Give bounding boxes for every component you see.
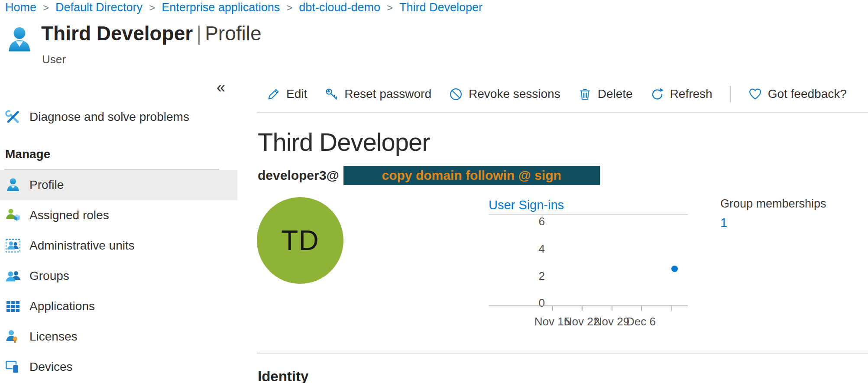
breadcrumb-third-developer[interactable]: Third Developer	[399, 1, 483, 14]
section-rule	[257, 353, 868, 354]
x-axis-tick-mark	[671, 306, 672, 311]
delete-button[interactable]: Delete	[578, 87, 633, 101]
redaction-overlay: copy domain followin @ sign	[343, 166, 600, 185]
user-signins-chart: User Sign-ins 6 4 2 0 Nov 15 Nov 22 Nov …	[489, 197, 722, 340]
edit-label: Edit	[286, 87, 307, 101]
applications-grid-icon	[5, 299, 21, 314]
chevron-right-icon: >	[387, 2, 393, 14]
sidebar-item-label: Applications	[29, 299, 95, 313]
user-display-name: Third Developer	[258, 127, 430, 156]
avatar-initials: TD	[281, 224, 319, 256]
sidebar-item-diagnose[interactable]: Diagnose and solve problems	[0, 104, 243, 130]
refresh-icon	[650, 87, 664, 101]
refresh-button[interactable]: Refresh	[650, 87, 713, 101]
x-axis-tick-mark	[582, 306, 583, 311]
refresh-label: Refresh	[670, 87, 713, 101]
group-memberships-block: Group memberships 1	[720, 197, 826, 230]
sidebar-item-groups[interactable]: Groups	[0, 261, 237, 291]
sidebar-item-applications[interactable]: Applications	[0, 291, 237, 321]
assigned-roles-icon	[5, 208, 21, 223]
identity-heading: Identity	[258, 368, 308, 383]
sidebar-item-devices[interactable]: Devices	[0, 352, 237, 382]
user-icon	[5, 177, 21, 193]
page-title-section: Profile	[205, 22, 261, 45]
y-axis-tick: 2	[489, 269, 545, 283]
x-axis-tick: Dec 6	[615, 315, 667, 328]
breadcrumb-dbt-cloud-demo[interactable]: dbt-cloud-demo	[299, 1, 380, 14]
sidebar-manage-list: Profile Assigned roles Administrative un	[0, 170, 237, 382]
y-axis-tick: 6	[489, 215, 545, 228]
licenses-icon	[5, 329, 21, 344]
upn-prefix: developer3@	[258, 168, 339, 183]
sidebar-item-label: Diagnose and solve problems	[29, 110, 189, 124]
sidebar-section-manage: Manage	[5, 147, 50, 161]
sidebar-item-label: Licenses	[29, 330, 78, 344]
toolbar-rule	[257, 112, 868, 113]
signin-data-point	[671, 266, 678, 272]
chevron-right-icon: >	[43, 2, 49, 14]
sidebar-item-profile[interactable]: Profile	[0, 170, 237, 200]
got-feedback-button[interactable]: Got feedback?	[748, 87, 847, 101]
y-axis-tick: 0	[489, 296, 545, 310]
breadcrumb-home[interactable]: Home	[5, 1, 36, 14]
user-icon	[8, 26, 31, 59]
chevron-right-icon: >	[286, 2, 292, 14]
key-icon	[324, 87, 339, 101]
sidebar-item-label: Administrative units	[29, 239, 135, 253]
x-axis-line	[489, 305, 688, 306]
user-principal-name: developer3@ copy domain followin @ sign	[258, 166, 600, 185]
group-memberships-label: Group memberships	[720, 197, 826, 211]
sidebar-item-label: Devices	[29, 360, 73, 374]
group-memberships-count-link[interactable]: 1	[720, 216, 826, 230]
diagnose-tools-icon	[5, 109, 21, 125]
delete-label: Delete	[598, 87, 633, 101]
administrative-units-icon	[5, 238, 21, 253]
sidebar-item-administrative-units[interactable]: Administrative units	[0, 230, 237, 261]
sidebar-item-licenses[interactable]: Licenses	[0, 321, 237, 352]
groups-icon	[5, 268, 21, 284]
block-icon	[449, 87, 463, 101]
avatar: TD	[257, 197, 343, 284]
edit-button[interactable]: Edit	[266, 87, 307, 101]
reset-password-button[interactable]: Reset password	[324, 87, 431, 101]
devices-icon	[5, 359, 21, 375]
sidebar-item-label: Assigned roles	[29, 208, 109, 222]
breadcrumb: Home > Default Directory > Enterprise ap…	[5, 1, 483, 14]
heart-icon	[748, 87, 762, 101]
x-axis-tick-mark	[641, 306, 642, 311]
sidebar-item-label: Groups	[29, 269, 69, 283]
title-separator: |	[193, 22, 205, 45]
reset-password-label: Reset password	[344, 87, 431, 101]
trash-icon	[578, 87, 592, 101]
sidebar-item-label: Profile	[29, 178, 64, 192]
x-axis-tick-mark	[612, 306, 612, 311]
pencil-icon	[266, 87, 281, 101]
page-title-name: Third Developer	[41, 22, 193, 45]
got-feedback-label: Got feedback?	[768, 87, 847, 101]
collapse-sidebar-button[interactable]: «	[217, 80, 225, 95]
command-bar: Edit Reset password Revoke sessions	[258, 83, 868, 105]
revoke-sessions-label: Revoke sessions	[469, 87, 560, 101]
chart-title-link[interactable]: User Sign-ins	[489, 198, 564, 212]
toolbar-divider	[730, 86, 731, 102]
chevron-right-icon: >	[149, 2, 155, 14]
breadcrumb-default-directory[interactable]: Default Directory	[55, 1, 143, 14]
page-title: Third Developer|Profile	[41, 22, 262, 45]
x-axis-tick-mark	[552, 306, 553, 311]
breadcrumb-enterprise-applications[interactable]: Enterprise applications	[162, 1, 280, 14]
page-subtitle: User	[42, 53, 66, 66]
y-axis-tick: 4	[489, 242, 545, 256]
revoke-sessions-button[interactable]: Revoke sessions	[449, 87, 560, 101]
sidebar-item-assigned-roles[interactable]: Assigned roles	[0, 200, 237, 230]
